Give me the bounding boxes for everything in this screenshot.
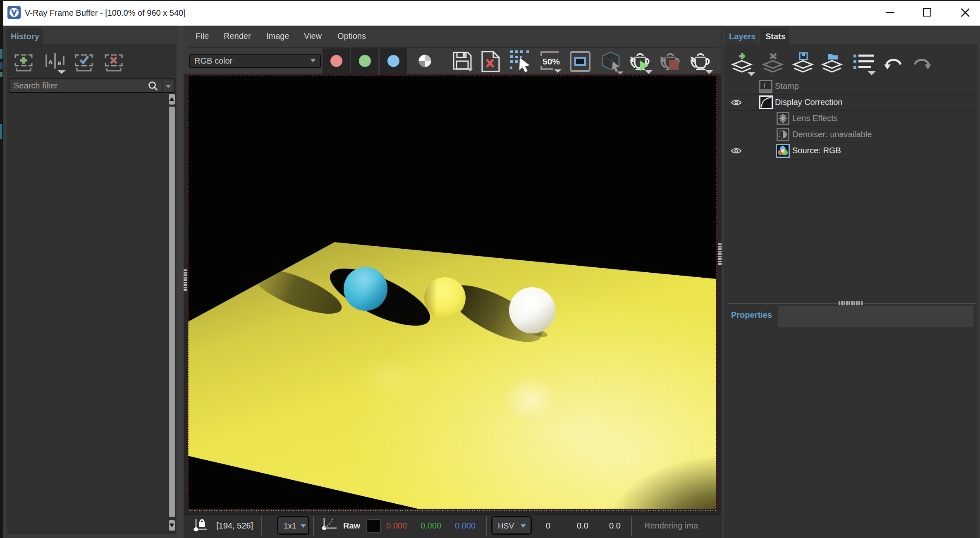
svg-text:B: B [58, 61, 62, 67]
svg-text:A: A [48, 59, 53, 65]
svg-text:i: i [763, 81, 765, 89]
svg-text:50%: 50% [543, 57, 560, 66]
